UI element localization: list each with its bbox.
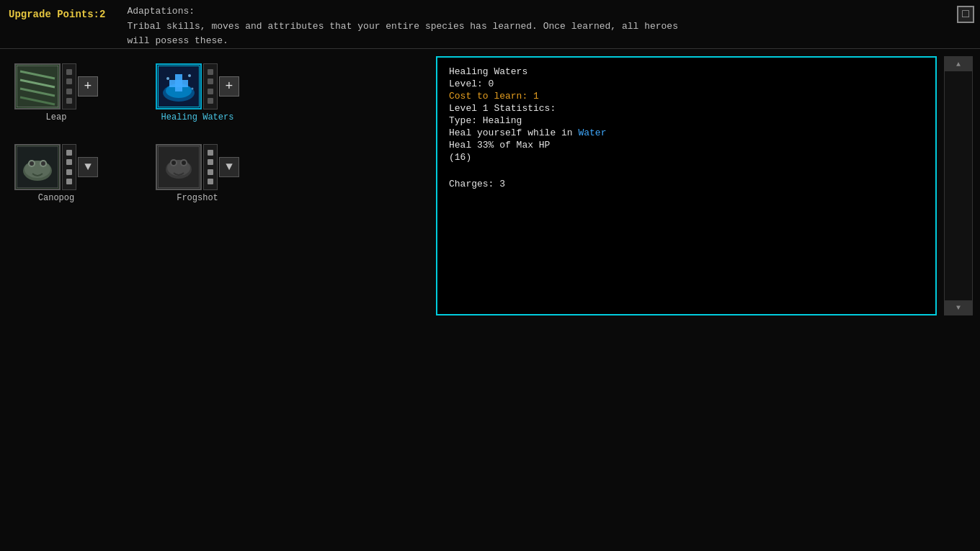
adaptations-text: Adaptations: Tribal skills, moves and at… [127, 6, 971, 48]
info-charges: Charges: 3 [449, 179, 924, 189]
scroll-track [945, 71, 972, 300]
info-water-highlight: Water [578, 127, 606, 138]
skill-icon-frogshot [156, 144, 202, 190]
filmstrip-dot [66, 159, 72, 165]
add-button-healing-waters[interactable]: + [219, 76, 239, 97]
info-stats-header: Level 1 Statistics: [449, 103, 924, 114]
scroll-down-button[interactable]: ▼ [945, 300, 972, 315]
skill-icon-container-canopog: ▼ [14, 144, 98, 190]
filmstrip-dot [208, 89, 213, 94]
filmstrip-dot [66, 179, 72, 184]
filmstrip-dot [208, 150, 213, 156]
skill-filmstrip-frogshot [203, 144, 218, 190]
filmstrip-dot [66, 79, 72, 84]
skill-label-canopog: Canopog [38, 193, 74, 203]
adaptations-title: Adaptations: [127, 6, 971, 17]
skill-item-frogshot[interactable]: ▼ Frogshot [156, 144, 239, 203]
svg-point-28 [172, 161, 176, 165]
skill-filmstrip-healing-waters [203, 63, 218, 109]
lock-icon-frogshot: ▼ [219, 157, 239, 177]
filmstrip-dot [208, 169, 213, 175]
skill-item-leap[interactable]: + Leap [14, 63, 98, 122]
info-level: Level: 0 [449, 79, 924, 89]
skill-icon-healing-waters [156, 63, 202, 109]
svg-point-11 [166, 77, 169, 80]
filmstrip-dot [208, 69, 213, 75]
skill-item-healing-waters[interactable]: + Healing Waters [156, 63, 239, 122]
scrollbar-area: ▲ ▼ [944, 56, 973, 315]
skill-icon-container-healing-waters: + [156, 63, 239, 109]
skill-icon-container-frogshot: ▼ [156, 144, 239, 190]
adaptations-desc-line1: Tribal skills, moves and attributes that… [127, 21, 678, 32]
add-button-leap[interactable]: + [78, 76, 98, 97]
skill-label-leap: Leap [46, 112, 67, 122]
filmstrip-dot [208, 98, 213, 104]
skill-filmstrip-canopog [62, 144, 76, 190]
info-heal-val: (16) [449, 152, 924, 163]
lock-icon-canopog: ▼ [78, 157, 98, 177]
info-panel: Healing Waters Level: 0 Cost to learn: 1… [436, 56, 937, 315]
svg-rect-10 [169, 80, 188, 87]
skill-icon-container-leap: + [14, 63, 98, 109]
filmstrip-dot [208, 79, 213, 84]
adaptations-desc: Tribal skills, moves and attributes that… [127, 19, 971, 48]
upgrade-points: Upgrade Points:2 [9, 6, 105, 20]
header: Upgrade Points:2 Adaptations: Tribal ski… [0, 0, 980, 49]
skill-label-frogshot: Frogshot [177, 193, 218, 203]
svg-point-13 [192, 88, 194, 90]
filmstrip-dot [66, 69, 72, 75]
info-heal-pre: Heal yourself while in [449, 127, 578, 138]
skills-row2: ▼ Canopog [7, 137, 425, 210]
skill-label-healing-waters: Healing Waters [161, 112, 234, 122]
scroll-up-button[interactable]: ▲ [945, 57, 972, 71]
filmstrip-dot [66, 89, 72, 94]
adaptations-desc-line2: will posess these. [127, 35, 228, 46]
skills-row1: + Leap [7, 56, 425, 130]
svg-point-12 [188, 74, 191, 77]
skill-filmstrip-leap [62, 63, 76, 109]
filmstrip-dot [208, 159, 213, 165]
filmstrip-dot [66, 169, 72, 175]
info-heal-pct: Heal 33% of Max HP [449, 140, 924, 151]
skill-item-canopog[interactable]: ▼ Canopog [14, 144, 98, 203]
filmstrip-dot [66, 98, 72, 104]
info-type: Type: Healing [449, 115, 924, 126]
svg-point-21 [41, 161, 45, 166]
svg-point-29 [182, 161, 186, 165]
close-button[interactable]: □ [957, 6, 974, 23]
svg-point-20 [30, 161, 34, 166]
info-heal-line: Heal yourself while in Water [449, 127, 924, 138]
skills-panel: + Leap [7, 56, 425, 544]
info-name: Healing Waters [449, 66, 924, 77]
spacer [449, 170, 924, 179]
filmstrip-dot [66, 150, 72, 156]
info-cost: Cost to learn: 1 [449, 91, 924, 102]
skill-icon-leap [14, 63, 61, 109]
main-area: + Leap [0, 49, 980, 551]
filmstrip-dot [208, 179, 213, 184]
skill-icon-canopog [14, 144, 61, 190]
